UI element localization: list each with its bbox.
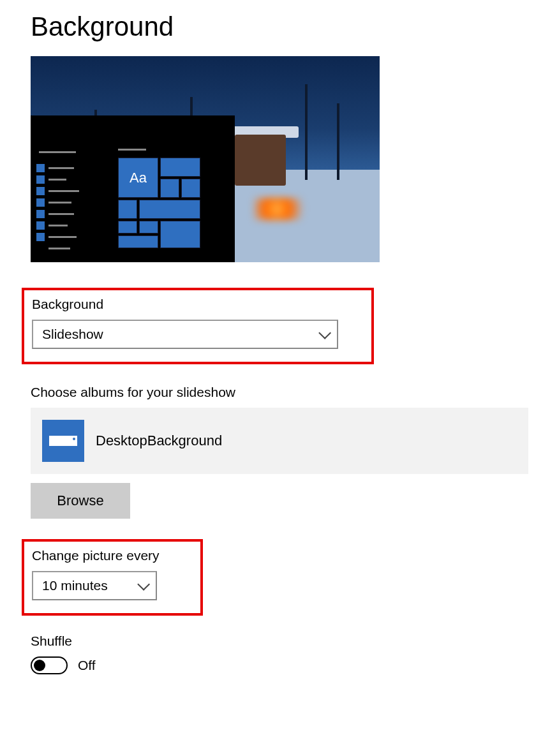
shuffle-toggle[interactable] [31, 656, 68, 674]
chevron-down-icon [318, 327, 331, 339]
toggle-knob [34, 660, 45, 671]
shuffle-state: Off [78, 658, 96, 673]
shuffle-label: Shuffle [31, 634, 550, 649]
change-interval-group-highlight: Change picture every 10 minutes [22, 539, 203, 616]
change-interval-label: Change picture every [32, 548, 193, 563]
browse-button[interactable]: Browse [31, 483, 130, 519]
desktop-preview: Aa [31, 56, 380, 262]
folder-icon [42, 420, 84, 462]
preview-tile-sample-text: Aa [118, 158, 158, 198]
album-name: DesktopBackground [96, 433, 222, 449]
background-type-value: Slideshow [42, 327, 103, 342]
page-title: Background [31, 11, 550, 42]
background-type-group-highlight: Background Slideshow [22, 288, 374, 364]
album-item[interactable]: DesktopBackground [31, 408, 528, 474]
chevron-down-icon [137, 578, 150, 591]
background-type-label: Background [32, 297, 364, 312]
background-type-dropdown[interactable]: Slideshow [32, 320, 338, 349]
change-interval-dropdown[interactable]: 10 minutes [32, 571, 157, 600]
choose-albums-label: Choose albums for your slideshow [31, 385, 550, 400]
change-interval-value: 10 minutes [42, 578, 108, 593]
